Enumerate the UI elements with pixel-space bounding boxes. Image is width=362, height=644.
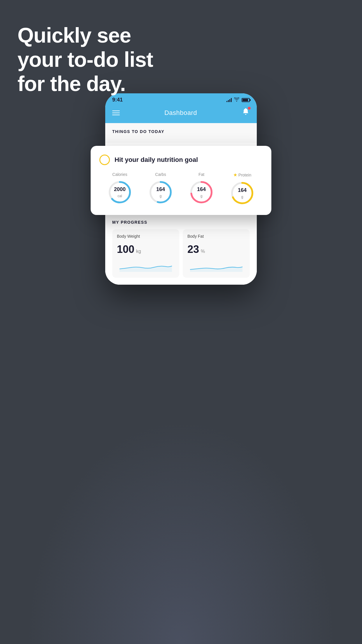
body-weight-unit: kg	[136, 249, 141, 254]
hero-line3: for the day.	[17, 72, 153, 96]
app-header: Dashboard	[105, 105, 257, 123]
header-title: Dashboard	[164, 109, 197, 117]
carbs-item: Carbs 164 g	[147, 172, 174, 205]
body-weight-value: 100	[117, 243, 134, 256]
nutrition-circles: Calories 2000 cal Carbs	[99, 172, 263, 206]
nutrition-card-header: Hit your daily nutrition goal	[99, 155, 263, 165]
battery-icon	[242, 98, 250, 102]
calories-chart: 2000 cal	[107, 179, 133, 205]
body-weight-card: Body Weight 100 kg	[112, 229, 179, 278]
status-icons	[226, 97, 250, 102]
carbs-chart: 164 g	[147, 179, 174, 205]
hamburger-menu-icon[interactable]	[112, 111, 120, 115]
calories-unit: cal	[117, 194, 122, 198]
carbs-label: Carbs	[155, 172, 166, 177]
body-fat-card: Body Fat 23 %	[183, 229, 250, 278]
things-section-title: THINGS TO DO TODAY	[112, 129, 164, 134]
carbs-value: 164	[156, 186, 165, 193]
fat-chart: 164 g	[188, 179, 215, 205]
calories-value: 2000	[114, 186, 126, 193]
carbs-unit: g	[160, 194, 162, 198]
protein-value: 164	[238, 187, 247, 194]
protein-chart: 164 g	[229, 180, 255, 206]
fat-item: Fat 164 g	[188, 172, 215, 205]
body-fat-title: Body Fat	[187, 234, 245, 239]
body-fat-sparkline	[187, 260, 245, 272]
wifi-icon	[234, 97, 239, 102]
calories-item: Calories 2000 cal	[107, 172, 133, 205]
body-weight-title: Body Weight	[117, 234, 175, 239]
progress-section-title: MY PROGRESS	[112, 220, 250, 225]
progress-cards: Body Weight 100 kg Body Fat	[112, 229, 250, 285]
nutrition-check-circle[interactable]	[99, 155, 110, 165]
protein-item: ★ Protein 164 g	[229, 172, 255, 206]
bell-icon	[242, 109, 250, 118]
star-icon: ★	[233, 172, 237, 178]
fat-label: Fat	[198, 172, 204, 177]
protein-unit: g	[241, 195, 243, 199]
hero-line1: Quickly see	[17, 23, 153, 48]
progress-section: MY PROGRESS Body Weight 100 kg	[105, 213, 257, 285]
body-fat-value: 23	[187, 243, 199, 256]
hero-text: Quickly see your to-do list for the day.	[17, 23, 153, 96]
body-weight-value-row: 100 kg	[117, 243, 175, 256]
protein-label: ★ Protein	[233, 172, 251, 178]
calories-label: Calories	[112, 172, 127, 177]
nutrition-card-title: Hit your daily nutrition goal	[115, 156, 198, 164]
status-time: 9:41	[112, 97, 123, 103]
body-fat-value-row: 23 %	[187, 243, 245, 256]
fat-value: 164	[197, 186, 206, 193]
nutrition-card: Hit your daily nutrition goal Calories 2…	[91, 146, 271, 215]
things-section-header: THINGS TO DO TODAY	[105, 123, 257, 137]
notification-button[interactable]	[242, 108, 250, 118]
notification-badge	[248, 107, 251, 110]
body-weight-sparkline	[117, 260, 175, 272]
hero-line2: your to-do list	[17, 48, 153, 72]
body-fat-unit: %	[201, 249, 205, 254]
signal-bars-icon	[226, 98, 232, 102]
fat-unit: g	[201, 194, 203, 198]
